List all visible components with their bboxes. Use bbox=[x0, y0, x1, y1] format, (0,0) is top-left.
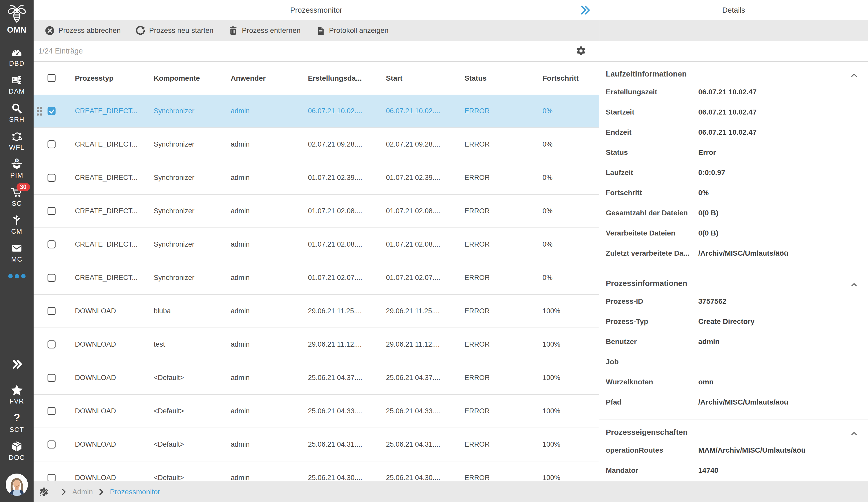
table-settings-gear-icon[interactable] bbox=[576, 46, 586, 56]
table-cell: 100% bbox=[542, 295, 597, 328]
table-row[interactable]: DOWNLOAD<Default>admin25.06.21 04.30....… bbox=[34, 461, 599, 481]
table-row[interactable]: CREATE_DIRECT...Synchronizeradmin01.07.2… bbox=[34, 228, 599, 261]
row-checkbox[interactable] bbox=[48, 107, 55, 115]
sidebar-item-sc[interactable]: 30 SC bbox=[0, 186, 34, 208]
row-checkbox[interactable] bbox=[48, 307, 55, 315]
table-cell: 25.06.21 04.31.... bbox=[386, 428, 462, 461]
table-cell: CREATE_DIRECT... bbox=[75, 161, 151, 194]
cancel-process-button[interactable]: Prozess abbrechen bbox=[45, 26, 121, 36]
details-toolbar-band bbox=[599, 20, 868, 41]
remove-process-button[interactable]: Prozess entfernen bbox=[228, 26, 300, 36]
sidebar-item-fvr[interactable]: FVR bbox=[0, 384, 34, 405]
column-header[interactable]: Anwender bbox=[231, 62, 305, 94]
breadcrumb-prozessmonitor[interactable]: Prozessmonitor bbox=[110, 488, 160, 496]
sidebar-item-sct[interactable]: ? SCT bbox=[0, 412, 34, 434]
sidebar-item-doc[interactable]: DOC bbox=[0, 440, 34, 462]
svg-text:P: P bbox=[16, 159, 18, 162]
table-row[interactable]: DOWNLOAD<Default>admin25.06.21 04.37....… bbox=[34, 361, 599, 395]
user-avatar[interactable] bbox=[6, 474, 28, 496]
collapse-section-icon[interactable] bbox=[850, 70, 858, 78]
details-value: MAM/Archiv/MISC/Umlauts/äöü bbox=[698, 446, 861, 454]
details-label: Prozess-Typ bbox=[606, 318, 698, 326]
sidebar-item-dbd[interactable]: DBD bbox=[0, 46, 34, 68]
details-label: Fortschritt bbox=[606, 189, 698, 197]
details-label: Pfad bbox=[606, 398, 698, 406]
trash-icon bbox=[228, 26, 238, 36]
sidebar-item-cm[interactable]: CM bbox=[0, 214, 34, 235]
cube-icon bbox=[11, 440, 23, 453]
table-row[interactable]: DOWNLOAD<Default>admin25.06.21 04.33....… bbox=[34, 395, 599, 428]
table-cell: <Default> bbox=[154, 395, 228, 428]
expand-panel-icon[interactable] bbox=[580, 3, 591, 17]
collapse-section-icon[interactable] bbox=[850, 428, 858, 436]
column-header[interactable]: Start bbox=[386, 62, 462, 94]
table-row[interactable]: CREATE_DIRECT...Synchronizeradmin01.07.2… bbox=[34, 195, 599, 228]
row-checkbox[interactable] bbox=[48, 274, 55, 282]
row-checkbox[interactable] bbox=[48, 207, 55, 215]
routing-icon bbox=[11, 214, 23, 227]
sidebar-item-wfl[interactable]: WFL bbox=[0, 130, 34, 151]
row-checkbox[interactable] bbox=[48, 441, 55, 449]
table-cell: 06.07.21 10.02.... bbox=[386, 94, 462, 128]
sidebar-item-label: PIM bbox=[0, 171, 34, 179]
breadcrumb-admin[interactable]: Admin bbox=[72, 488, 93, 496]
column-header[interactable]: Prozesstyp bbox=[75, 62, 151, 94]
drag-handle-icon[interactable] bbox=[37, 107, 42, 116]
sidebar-item-label: WFL bbox=[0, 143, 34, 151]
table-cell: 100% bbox=[542, 428, 597, 461]
table-row[interactable]: CREATE_DIRECT...Synchronizeradmin01.07.2… bbox=[34, 261, 599, 295]
sidebar-item-pim[interactable]: P PIM bbox=[0, 158, 34, 179]
table-cell: ERROR bbox=[464, 361, 540, 394]
details-section-header: Prozesseigenschaften bbox=[606, 424, 861, 440]
details-label: Mandator bbox=[606, 466, 698, 475]
row-checkbox[interactable] bbox=[48, 374, 55, 382]
details-label: Startzeit bbox=[606, 108, 698, 116]
table-cell: admin bbox=[231, 395, 305, 428]
row-checkbox[interactable] bbox=[48, 407, 55, 415]
sidebar-item-dam[interactable]: DAM bbox=[0, 74, 34, 96]
table-cell: 25.06.21 04.33.... bbox=[386, 395, 462, 428]
table-cell: 29.06.21 11.25.... bbox=[386, 295, 462, 328]
table-cell: <Default> bbox=[154, 428, 228, 461]
sidebar-item-srh[interactable]: SRH bbox=[0, 102, 34, 123]
restart-process-button[interactable]: Prozess neu starten bbox=[136, 26, 214, 36]
sidebar-expand-icon[interactable] bbox=[0, 358, 34, 370]
app-logo[interactable]: OMN bbox=[0, 3, 34, 34]
details-row: Benutzeradmin bbox=[606, 332, 861, 352]
row-checkbox[interactable] bbox=[48, 340, 55, 349]
details-section-title: Prozesseigenschaften bbox=[606, 428, 688, 436]
table-cell: 01.07.21 02.08.... bbox=[308, 228, 383, 261]
details-value: 0% bbox=[698, 189, 861, 197]
table-cell: 29.06.21 11.12.... bbox=[386, 328, 462, 361]
details-section-header: Prozessinformationen bbox=[606, 275, 861, 291]
table-row[interactable]: DOWNLOADtestadmin29.06.21 11.12....29.06… bbox=[34, 328, 599, 361]
document-icon bbox=[316, 26, 325, 36]
column-header[interactable]: Kompomente bbox=[154, 62, 228, 94]
row-checkbox[interactable] bbox=[48, 474, 55, 481]
details-label: Verarbeitete Dateien bbox=[606, 229, 698, 237]
show-protocol-button[interactable]: Protokoll anzeigen bbox=[316, 26, 389, 36]
row-checkbox[interactable] bbox=[48, 140, 55, 148]
select-all-checkbox[interactable] bbox=[48, 74, 55, 82]
sidebar-more-icon[interactable] bbox=[0, 274, 34, 279]
table-cell: DOWNLOAD bbox=[75, 461, 151, 481]
table-row[interactable]: DOWNLOADblubaadmin29.06.21 11.25....29.0… bbox=[34, 295, 599, 328]
table-row[interactable]: DOWNLOAD<Default>admin25.06.21 04.31....… bbox=[34, 428, 599, 461]
row-checkbox[interactable] bbox=[48, 174, 55, 182]
details-section: ProzesseigenschaftenoperationRoutesMAM/A… bbox=[599, 420, 868, 481]
table-cell: 25.06.21 04.31.... bbox=[308, 428, 383, 461]
column-header[interactable]: Status bbox=[464, 62, 540, 94]
breadcrumb: Admin Prozessmonitor bbox=[39, 481, 160, 502]
details-section: LaufzeitinformationenErstellungszeit06.0… bbox=[599, 62, 868, 271]
admin-gear-icon[interactable] bbox=[39, 487, 49, 497]
table-row[interactable]: CREATE_DIRECT...Synchronizeradmin01.07.2… bbox=[34, 161, 599, 195]
details-value: 0:0:0.97 bbox=[698, 169, 861, 177]
column-header[interactable]: Erstellungsda... bbox=[308, 62, 383, 94]
table-row[interactable]: CREATE_DIRECT...Synchronizeradmin06.07.2… bbox=[34, 94, 599, 128]
sidebar-item-mc[interactable]: MC bbox=[0, 242, 34, 263]
row-checkbox[interactable] bbox=[48, 240, 55, 249]
table-row[interactable]: CREATE_DIRECT...Synchronizeradmin02.07.2… bbox=[34, 128, 599, 161]
collapse-section-icon[interactable] bbox=[850, 279, 858, 287]
column-header[interactable]: Fortschritt bbox=[542, 62, 597, 94]
table-cell: 02.07.21 09.28.... bbox=[386, 128, 462, 161]
